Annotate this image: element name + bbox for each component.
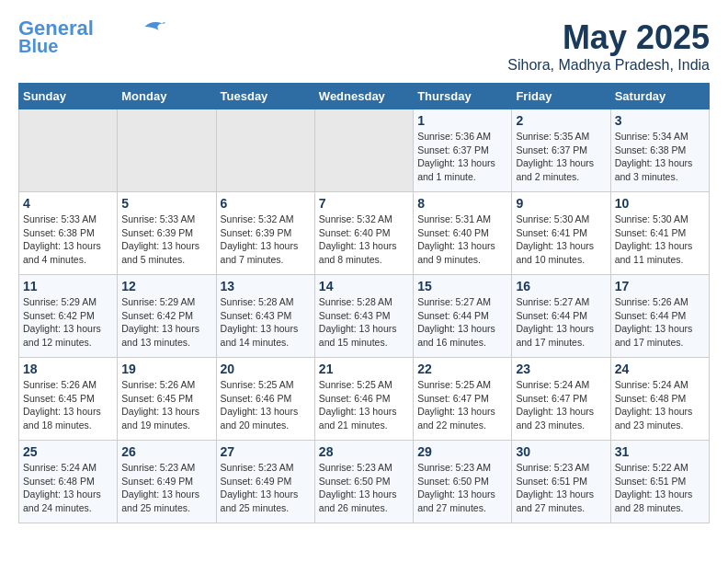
logo: General Blue — [18, 18, 165, 55]
calendar-week-row: 4Sunrise: 5:33 AM Sunset: 6:38 PM Daylig… — [19, 192, 710, 275]
day-info: Sunrise: 5:32 AM Sunset: 6:39 PM Dayligh… — [221, 213, 311, 267]
day-number: 18 — [23, 362, 113, 376]
day-number: 9 — [516, 196, 606, 211]
day-number: 30 — [516, 444, 606, 459]
calendar-day-cell: 24Sunrise: 5:24 AM Sunset: 6:48 PM Dayli… — [610, 358, 709, 441]
month-title: May 2025 — [507, 18, 710, 57]
day-info: Sunrise: 5:29 AM Sunset: 6:42 PM Dayligh… — [121, 295, 211, 350]
day-info: Sunrise: 5:32 AM Sunset: 6:40 PM Dayligh… — [319, 213, 409, 267]
day-number: 17 — [615, 279, 705, 293]
day-info: Sunrise: 5:23 AM Sunset: 6:51 PM Dayligh… — [516, 461, 606, 515]
calendar-day-cell: 26Sunrise: 5:23 AM Sunset: 6:49 PM Dayli… — [118, 441, 216, 523]
day-info: Sunrise: 5:24 AM Sunset: 6:47 PM Dayligh… — [516, 378, 606, 432]
day-number: 4 — [23, 196, 113, 211]
day-number: 3 — [615, 113, 705, 128]
day-number: 20 — [221, 362, 311, 376]
calendar-day-cell: 8Sunrise: 5:31 AM Sunset: 6:40 PM Daylig… — [414, 192, 512, 275]
day-info: Sunrise: 5:25 AM Sunset: 6:46 PM Dayligh… — [319, 378, 409, 432]
calendar-day-cell: 6Sunrise: 5:32 AM Sunset: 6:39 PM Daylig… — [216, 192, 314, 275]
logo-bird-icon — [138, 18, 165, 35]
weekday-header: Wednesday — [314, 84, 413, 109]
calendar-day-cell: 10Sunrise: 5:30 AM Sunset: 6:41 PM Dayli… — [610, 192, 709, 275]
day-info: Sunrise: 5:23 AM Sunset: 6:50 PM Dayligh… — [319, 461, 409, 515]
day-info: Sunrise: 5:23 AM Sunset: 6:50 PM Dayligh… — [417, 461, 507, 515]
day-info: Sunrise: 5:36 AM Sunset: 6:37 PM Dayligh… — [417, 130, 507, 184]
day-number: 24 — [615, 362, 705, 376]
day-number: 27 — [221, 444, 311, 459]
location-text: Sihora, Madhya Pradesh, India — [507, 57, 710, 74]
weekday-header: Monday — [118, 84, 216, 109]
calendar-day-cell: 18Sunrise: 5:26 AM Sunset: 6:45 PM Dayli… — [19, 358, 118, 441]
weekday-header: Thursday — [414, 84, 512, 109]
calendar-table: SundayMondayTuesdayWednesdayThursdayFrid… — [18, 83, 710, 523]
calendar-day-cell: 19Sunrise: 5:26 AM Sunset: 6:45 PM Dayli… — [118, 358, 216, 441]
day-number: 21 — [319, 362, 409, 376]
day-number: 26 — [121, 444, 211, 459]
day-info: Sunrise: 5:28 AM Sunset: 6:43 PM Dayligh… — [319, 295, 409, 350]
day-info: Sunrise: 5:24 AM Sunset: 6:48 PM Dayligh… — [615, 378, 705, 432]
calendar-day-cell: 28Sunrise: 5:23 AM Sunset: 6:50 PM Dayli… — [314, 441, 413, 523]
day-number: 10 — [615, 196, 705, 211]
weekday-header: Tuesday — [216, 84, 314, 109]
day-number: 13 — [221, 279, 311, 293]
day-number: 22 — [417, 362, 507, 376]
calendar-day-cell: 16Sunrise: 5:27 AM Sunset: 6:44 PM Dayli… — [512, 275, 610, 358]
calendar-day-cell: 25Sunrise: 5:24 AM Sunset: 6:48 PM Dayli… — [19, 441, 118, 523]
day-number: 6 — [221, 196, 311, 211]
calendar-day-cell: 21Sunrise: 5:25 AM Sunset: 6:46 PM Dayli… — [314, 358, 413, 441]
day-number: 1 — [417, 113, 507, 128]
calendar-day-cell: 29Sunrise: 5:23 AM Sunset: 6:50 PM Dayli… — [414, 441, 512, 523]
calendar-day-cell: 20Sunrise: 5:25 AM Sunset: 6:46 PM Dayli… — [216, 358, 314, 441]
day-number: 16 — [516, 279, 606, 293]
day-number: 15 — [417, 279, 507, 293]
calendar-day-cell: 22Sunrise: 5:25 AM Sunset: 6:47 PM Dayli… — [414, 358, 512, 441]
calendar-day-cell: 4Sunrise: 5:33 AM Sunset: 6:38 PM Daylig… — [19, 192, 118, 275]
day-info: Sunrise: 5:24 AM Sunset: 6:48 PM Dayligh… — [23, 461, 113, 515]
calendar-week-row: 18Sunrise: 5:26 AM Sunset: 6:45 PM Dayli… — [19, 358, 710, 441]
day-number: 31 — [615, 444, 705, 459]
day-number: 2 — [516, 113, 606, 128]
calendar-day-cell: 3Sunrise: 5:34 AM Sunset: 6:38 PM Daylig… — [610, 109, 709, 192]
header-row: SundayMondayTuesdayWednesdayThursdayFrid… — [19, 84, 710, 109]
calendar-day-cell: 7Sunrise: 5:32 AM Sunset: 6:40 PM Daylig… — [314, 192, 413, 275]
calendar-day-cell: 12Sunrise: 5:29 AM Sunset: 6:42 PM Dayli… — [118, 275, 216, 358]
day-info: Sunrise: 5:31 AM Sunset: 6:40 PM Dayligh… — [417, 213, 507, 267]
day-info: Sunrise: 5:29 AM Sunset: 6:42 PM Dayligh… — [23, 295, 113, 350]
day-info: Sunrise: 5:25 AM Sunset: 6:47 PM Dayligh… — [417, 378, 507, 432]
weekday-header: Sunday — [19, 84, 118, 109]
calendar-day-cell: 17Sunrise: 5:26 AM Sunset: 6:44 PM Dayli… — [610, 275, 709, 358]
calendar-day-cell — [118, 109, 216, 192]
day-info: Sunrise: 5:30 AM Sunset: 6:41 PM Dayligh… — [516, 213, 606, 267]
calendar-day-cell: 30Sunrise: 5:23 AM Sunset: 6:51 PM Dayli… — [512, 441, 610, 523]
day-number: 14 — [319, 279, 409, 293]
calendar-day-cell — [216, 109, 314, 192]
calendar-day-cell: 13Sunrise: 5:28 AM Sunset: 6:43 PM Dayli… — [216, 275, 314, 358]
calendar-day-cell: 1Sunrise: 5:36 AM Sunset: 6:37 PM Daylig… — [414, 109, 512, 192]
calendar-week-row: 1Sunrise: 5:36 AM Sunset: 6:37 PM Daylig… — [19, 109, 710, 192]
day-number: 23 — [516, 362, 606, 376]
day-info: Sunrise: 5:22 AM Sunset: 6:51 PM Dayligh… — [615, 461, 705, 515]
calendar-day-cell: 9Sunrise: 5:30 AM Sunset: 6:41 PM Daylig… — [512, 192, 610, 275]
calendar-day-cell: 5Sunrise: 5:33 AM Sunset: 6:39 PM Daylig… — [118, 192, 216, 275]
calendar-week-row: 25Sunrise: 5:24 AM Sunset: 6:48 PM Dayli… — [19, 441, 710, 523]
calendar-week-row: 11Sunrise: 5:29 AM Sunset: 6:42 PM Dayli… — [19, 275, 710, 358]
day-info: Sunrise: 5:28 AM Sunset: 6:43 PM Dayligh… — [221, 295, 311, 350]
day-info: Sunrise: 5:23 AM Sunset: 6:49 PM Dayligh… — [221, 461, 311, 515]
day-info: Sunrise: 5:33 AM Sunset: 6:39 PM Dayligh… — [121, 213, 211, 267]
day-number: 28 — [319, 444, 409, 459]
day-info: Sunrise: 5:30 AM Sunset: 6:41 PM Dayligh… — [615, 213, 705, 267]
day-number: 29 — [417, 444, 507, 459]
calendar-day-cell: 11Sunrise: 5:29 AM Sunset: 6:42 PM Dayli… — [19, 275, 118, 358]
page-header: General Blue May 2025 Sihora, Madhya Pra… — [18, 18, 710, 74]
day-info: Sunrise: 5:35 AM Sunset: 6:37 PM Dayligh… — [516, 130, 606, 184]
day-number: 12 — [121, 279, 211, 293]
calendar-day-cell: 27Sunrise: 5:23 AM Sunset: 6:49 PM Dayli… — [216, 441, 314, 523]
day-number: 7 — [319, 196, 409, 211]
calendar-day-cell — [19, 109, 118, 192]
day-number: 11 — [23, 279, 113, 293]
weekday-header: Saturday — [610, 84, 709, 109]
weekday-header: Friday — [512, 84, 610, 109]
day-info: Sunrise: 5:26 AM Sunset: 6:45 PM Dayligh… — [121, 378, 211, 432]
calendar-day-cell: 14Sunrise: 5:28 AM Sunset: 6:43 PM Dayli… — [314, 275, 413, 358]
day-number: 19 — [121, 362, 211, 376]
